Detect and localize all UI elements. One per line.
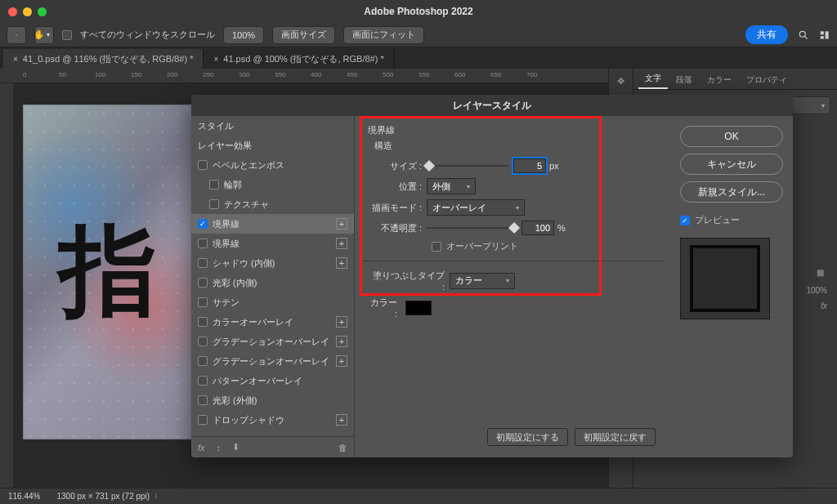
style-list-item[interactable]: 光彩 (内側) [191,273,354,292]
ruler-tick: 600 [454,71,465,78]
annotation-highlight [360,116,602,296]
style-list-item[interactable]: 境界線+ [191,234,354,253]
style-list-item[interactable]: ドロップシャドウ+ [191,410,354,430]
style-checkbox[interactable] [198,258,208,268]
opacity-slider[interactable] [427,222,517,234]
style-checkbox[interactable] [198,356,208,366]
style-checkbox[interactable] [198,337,208,346]
style-checkbox[interactable] [198,317,208,327]
maximize-window[interactable] [38,7,47,16]
add-effect-icon[interactable]: + [336,316,347,328]
style-checkbox[interactable] [198,415,208,425]
close-window[interactable] [8,7,17,16]
ruler-tick: 0 [23,71,26,78]
preview-checkbox[interactable]: ✓ [680,216,690,225]
style-list-item[interactable]: テクスチャ [191,194,354,214]
style-checkbox[interactable] [209,180,219,190]
status-zoom[interactable]: 116.44% [8,492,40,501]
style-list-item[interactable]: サテン [191,292,354,312]
style-checkbox[interactable] [198,376,208,386]
fx-icon[interactable]: fx [198,443,205,453]
cancel-button[interactable]: キャンセル [680,154,783,175]
opacity-value: 100% [806,286,827,295]
style-list-item[interactable]: シャドウ (内側)+ [191,253,354,273]
style-list-item[interactable]: グラデーションオーバーレイ+ [191,351,354,371]
style-item-label: テクスチャ [224,198,269,211]
style-list-item[interactable]: 輪郭 [191,175,354,194]
fit-screen-button[interactable]: 画面サイズ [272,26,335,44]
document-tab-bar: × 41_0.psd @ 116% (指でなぞる, RGB/8#) * × 41… [0,47,837,69]
reset-default-button[interactable]: 初期設定に戻す [575,428,656,446]
style-item-label: ベベルとエンボス [213,159,284,172]
trash-icon[interactable]: 🗑 [338,443,347,453]
style-item-label: 光彩 (内側) [213,277,257,289]
ruler-tick: 250 [203,71,213,78]
options-bar: ✋▾ すべてのウィンドウをスクロール 100% 画面サイズ 画面にフィット 共有 [0,23,837,47]
style-item-label: 境界線 [213,238,239,250]
close-icon[interactable]: × [213,55,218,64]
layers-icon[interactable]: ▦ [812,265,827,279]
move-arrows-icon[interactable]: ✥ [614,74,629,88]
style-item-label: グラデーションオーバーレイ [213,355,329,368]
add-effect-icon[interactable]: + [336,355,347,367]
add-effect-icon[interactable]: + [336,414,347,426]
style-item-label: ドロップシャドウ [213,414,284,426]
svg-rect-2 [826,31,829,38]
panel-tab-properties[interactable]: プロパティ [740,71,794,89]
size-slider[interactable] [427,160,508,172]
panel-tab-color[interactable]: カラー [700,71,738,89]
ok-button[interactable]: OK [680,126,783,147]
ruler-vertical [0,83,13,504]
style-list-item[interactable]: ベベルとエンボス [191,155,354,175]
fx-label: fx [821,301,827,310]
add-effect-icon[interactable]: + [336,218,347,230]
chevron-up-down-icon[interactable]: ↕ [217,443,222,453]
new-style-button[interactable]: 新規スタイル... [680,181,783,203]
style-checkbox[interactable] [198,395,208,405]
panel-tab-paragraph[interactable]: 段落 [669,71,699,89]
preview-swatch [680,238,770,319]
style-checkbox[interactable] [198,239,208,248]
fit-window-button[interactable]: 画面にフィット [343,26,424,44]
chevron-down-icon[interactable]: ⬇ [232,442,239,453]
panel-tab-character[interactable]: 文字 [638,69,668,89]
zoom-100-button[interactable]: 100% [223,26,264,44]
style-list-item[interactable]: パターンオーバーレイ [191,371,354,390]
make-default-button[interactable]: 初期設定にする [487,428,568,446]
style-list-item[interactable]: グラデーションオーバーレイ+ [191,332,354,351]
style-checkbox[interactable] [198,278,208,288]
chevron-right-icon[interactable]: 〉 [154,492,161,501]
add-effect-icon[interactable]: + [336,238,347,249]
style-item-label: 光彩 (外側) [213,395,257,407]
style-list-item[interactable]: 光彩 (外側) [191,390,354,410]
add-effect-icon[interactable]: + [336,257,347,269]
scroll-all-checkbox[interactable] [62,30,72,40]
minimize-window[interactable] [23,7,32,16]
share-button[interactable]: 共有 [745,25,788,44]
home-icon [16,29,17,41]
search-icon[interactable] [798,29,809,41]
hand-tool-indicator[interactable]: ✋▾ [34,26,54,44]
ruler-horizontal: 0 50 100 150 200 250 300 350 400 450 500… [0,69,608,83]
canvas[interactable]: 指 [23,105,192,439]
sidebar-item-blending[interactable]: レイヤー効果 [191,136,354,155]
style-list-item[interactable]: ✓境界線+ [191,214,354,234]
style-checkbox[interactable] [198,297,208,307]
dialog-title: レイヤースタイル [191,95,793,116]
style-list-sidebar: スタイル レイヤー効果 ベベルとエンボス輪郭テクスチャ✓境界線+境界線+シャドウ… [191,116,355,457]
style-checkbox[interactable] [209,199,219,209]
document-tab[interactable]: × 41_0.psd @ 116% (指でなぞる, RGB/8#) * [3,49,204,69]
ruler-tick: 100 [95,71,105,78]
style-checkbox[interactable]: ✓ [198,219,208,229]
add-effect-icon[interactable]: + [336,336,347,347]
dialog-button-column: OK キャンセル 新規スタイル... ✓ プレビュー [670,116,793,457]
style-checkbox[interactable] [198,160,208,170]
sidebar-item-styles[interactable]: スタイル [191,116,354,136]
document-tab[interactable]: × 41.psd @ 100% (指でなぞる, RGB/8#) * [204,49,394,69]
scroll-all-label: すべてのウィンドウをスクロール [80,29,215,41]
style-list-item[interactable]: カラーオーバーレイ+ [191,312,354,332]
workspace-icon[interactable] [819,29,830,41]
close-icon[interactable]: × [13,55,18,64]
home-button[interactable] [7,26,26,44]
color-swatch[interactable] [405,301,432,315]
